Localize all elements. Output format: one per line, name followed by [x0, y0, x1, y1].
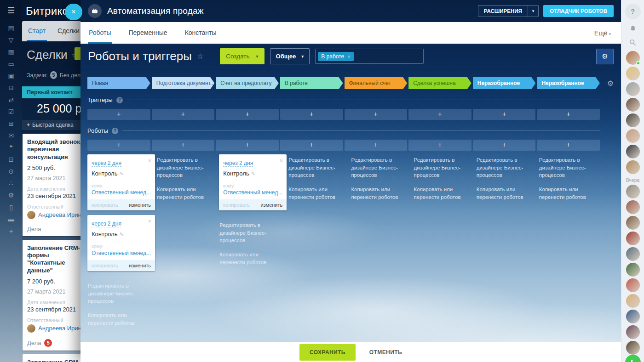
deal-card[interactable]: Входящий звонок, первичная консультация … [23, 134, 80, 236]
responsible-link[interactable]: Андреева Ирина [38, 211, 80, 218]
edit-in-designer-link[interactable]: Редактировать в дизайнере Бизнес-процесс… [88, 282, 145, 305]
delete-robot-icon[interactable]: × [148, 218, 151, 225]
robot-assignee-link[interactable]: Отвественный менед... [92, 250, 151, 256]
avatar[interactable] [626, 51, 640, 65]
edit-in-designer-link[interactable]: Редактировать в дизайнере Бизнес-процесс… [351, 156, 408, 179]
deals-tab[interactable]: Сделки [52, 21, 80, 41]
deal-card[interactable]: Заполнение CRM-формы "Контактные данные"… [23, 354, 80, 362]
pipeline-stage[interactable]: Неразобранное [537, 77, 600, 89]
scope-dropdown[interactable]: Общее ▾ [270, 48, 310, 64]
save-button[interactable]: СОХРАНИТЬ [299, 344, 356, 361]
tab-3[interactable]: Константы [185, 22, 217, 44]
desktop-icon[interactable]: ▬ [8, 213, 14, 225]
add-trigger-button[interactable]: + [87, 109, 150, 120]
avatar[interactable] [626, 216, 640, 230]
copy-move-robots-link[interactable]: Копировать или перенести роботов [539, 186, 597, 201]
add-robot-button[interactable]: + [216, 140, 279, 151]
edit-pencil-icon[interactable]: ✎ [251, 171, 255, 176]
updates-icon[interactable]: ⊙ [8, 165, 14, 177]
copy-move-robots-link[interactable]: Копировать или перенести роботов [88, 311, 145, 327]
add-trigger-button[interactable]: + [152, 109, 215, 120]
avatar[interactable] [626, 200, 640, 214]
edit-in-designer-link[interactable]: Редактировать в дизайнере Бизнес-процесс… [477, 156, 534, 179]
inbox-icon[interactable]: ⊟ [8, 82, 14, 94]
phone-call-button[interactable] [625, 355, 641, 362]
tasks-icon[interactable]: ☑ [8, 106, 14, 118]
deal-card[interactable]: Заполнение CRM-формы "Контактные данные"… [23, 240, 80, 351]
create-button[interactable]: Создать ▾ [220, 48, 264, 64]
avatar[interactable] [626, 160, 640, 174]
sites-icon[interactable]: ▭ [8, 58, 14, 70]
avatar[interactable] [626, 325, 640, 339]
close-overlay-button[interactable]: × [65, 4, 82, 20]
add-more-icon[interactable]: + [9, 225, 13, 237]
stage-header-first-contact[interactable]: Первый контакт [22, 86, 80, 98]
copy-move-robots-link[interactable]: Копировать или перенести роботов [288, 186, 346, 201]
pipeline-stage[interactable]: В работе [280, 77, 343, 89]
more-menu[interactable]: Ещё▾ [594, 29, 621, 37]
pipeline-stage[interactable]: Подготовка документ... [152, 77, 215, 89]
calendar-icon[interactable]: ⊡ [8, 153, 14, 165]
avatar[interactable] [626, 185, 640, 198]
copy-move-robots-link[interactable]: Копировать или перенести роботов [414, 186, 472, 201]
add-trigger-button[interactable]: + [345, 109, 408, 120]
add-trigger-button[interactable]: + [473, 109, 536, 120]
deal-title[interactable]: Заполнение CRM-формы "Контактные данные" [27, 244, 80, 274]
favorite-star-icon[interactable]: ☆ [197, 52, 203, 61]
filter-search-input[interactable]: В работе × [315, 49, 424, 64]
copy-move-robots-link[interactable]: Копировать или перенести роботов [157, 186, 214, 201]
robot-edit-button[interactable]: изменить [129, 263, 151, 268]
add-robot-button[interactable]: + [345, 140, 408, 151]
add-robot-button[interactable]: + [152, 140, 215, 151]
feed-icon[interactable]: ▤ [8, 22, 14, 34]
add-robot-button[interactable]: + [408, 140, 472, 151]
pipeline-stage[interactable]: Неразобранное [473, 77, 536, 89]
edit-in-designer-link[interactable]: Редактировать в дизайнере Бизнес-процесс… [539, 156, 597, 179]
help-icon[interactable]: ? [625, 4, 641, 19]
menu-icon[interactable]: ☰ [7, 6, 15, 16]
avatar[interactable] [626, 263, 640, 277]
responsible-link[interactable]: Андреева Ирина [38, 325, 80, 332]
pipeline-settings-icon[interactable]: ⚙ [607, 79, 614, 88]
cancel-button[interactable]: ОТМЕНИТЬ [369, 349, 402, 356]
robot-debugger-button[interactable]: ОТЛАДЧИК РОБОТОВ [543, 5, 614, 17]
robot-assignee-link[interactable]: Отвественный менед... [92, 189, 151, 196]
avatar[interactable] [626, 232, 640, 245]
add-robot-button[interactable]: + [280, 140, 343, 151]
robot-card[interactable]: через 2 дня × Контроль✎ кому: Отвественн… [87, 154, 155, 210]
edit-in-designer-link[interactable]: Редактировать в дизайнере Бизнес-процесс… [157, 156, 214, 179]
help-icon[interactable]: ? [112, 128, 118, 134]
tab-1[interactable]: Роботы [89, 22, 111, 44]
avatar[interactable] [626, 294, 640, 308]
mail-icon[interactable]: ✉ [8, 130, 14, 141]
robot-timing-link[interactable]: через 2 дня [92, 160, 121, 167]
add-robot-button[interactable]: + [87, 140, 150, 151]
contacts-icon[interactable]: ▣ [8, 70, 14, 82]
robot-assignee-link[interactable]: Отвественный менед... [223, 189, 282, 196]
add-trigger-button[interactable]: + [216, 109, 279, 120]
add-trigger-button[interactable]: + [280, 109, 343, 120]
edit-in-designer-link[interactable]: Редактировать в дизайнере Бизнес-процесс… [219, 221, 277, 244]
activities-link[interactable]: Дела [27, 226, 41, 232]
avatar[interactable] [626, 341, 640, 355]
extensions-button[interactable]: РАСШИРЕНИЯ ▾ [478, 5, 539, 17]
copy-move-robots-link[interactable]: Копировать или перенести роботов [219, 251, 277, 266]
robot-timing-link[interactable]: через 2 дня [223, 160, 253, 167]
deal-title[interactable]: Входящий звонок, первичная консультация [27, 138, 80, 161]
add-deal-button[interactable] [75, 47, 80, 60]
add-trigger-button[interactable]: + [537, 109, 600, 120]
robot-copy-button[interactable]: копировать [223, 202, 250, 208]
robot-card[interactable]: через 2 дня × Контроль✎ кому: Отвественн… [219, 154, 287, 210]
robot-copy-button[interactable]: копировать [92, 202, 118, 208]
copy-move-robots-link[interactable]: Копировать или перенести роботов [477, 186, 534, 201]
avatar[interactable] [626, 82, 640, 96]
filter-chip[interactable]: В работе × [318, 52, 353, 61]
robot-card[interactable]: через 2 дня × Контроль✎ кому: Отвественн… [87, 215, 155, 271]
notifications-bell-icon[interactable] [626, 25, 640, 33]
remove-filter-icon[interactable]: × [347, 54, 350, 59]
activities-link[interactable]: Дела [27, 339, 41, 346]
chat-icon[interactable]: ❝ [9, 141, 13, 153]
robot-edit-button[interactable]: изменить [129, 202, 151, 208]
pipeline-stage[interactable]: Финальный счет [345, 77, 408, 89]
avatar[interactable] [626, 247, 640, 261]
